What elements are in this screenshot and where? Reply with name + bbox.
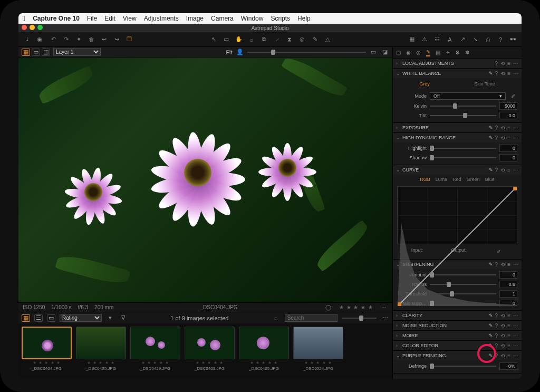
tab-lens-icon[interactable]: ◎ — [416, 50, 421, 55]
more-icon[interactable]: ⋯ — [513, 61, 518, 66]
tab-capture-icon[interactable]: ◉ — [406, 50, 411, 55]
rating-stars[interactable]: ★ ★ ★ ★ ★ — [339, 304, 373, 310]
panel-header[interactable]: ⌄PURPLE FRINGING✎?⟲≡⋯ — [393, 351, 522, 360]
menu-window[interactable]: Window — [241, 15, 264, 22]
camera-icon[interactable]: ◉ — [35, 35, 44, 44]
undo-icon[interactable]: ↩ — [100, 35, 108, 44]
filter-icon[interactable]: ∇ — [119, 314, 127, 322]
kelvin-value[interactable]: 5000 — [499, 102, 517, 110]
panel-header[interactable]: ›MOIRE✎?⟲≡⋯ — [393, 331, 522, 340]
halo-slider[interactable] — [430, 301, 496, 306]
app-menu[interactable]: Capture One 10 — [33, 15, 80, 22]
crop-tool-icon[interactable]: ⧉ — [260, 35, 268, 44]
keystone-tool-icon[interactable]: ⧗ — [285, 35, 294, 44]
curve-tab-red[interactable]: Red — [452, 177, 461, 182]
close-window-button[interactable] — [22, 25, 27, 30]
eyedropper-icon[interactable]: ✐ — [509, 92, 517, 100]
select-tool-icon[interactable]: ▭ — [222, 35, 230, 44]
threshold-slider[interactable] — [430, 291, 496, 297]
shadow-value[interactable]: 0 — [499, 154, 517, 161]
annotations-icon[interactable]: A — [446, 35, 454, 44]
menu-scripts[interactable]: Scripts — [271, 15, 290, 22]
sort-dir-icon[interactable]: ▾ — [106, 314, 114, 322]
panel-header[interactable]: › LOCAL ADJUSTMENTS ?⟲≡⋯ — [393, 59, 522, 68]
adjustments-panel-icon[interactable]: ☷ — [433, 35, 441, 44]
rotate-left-icon[interactable]: ↶ — [49, 35, 57, 44]
print-icon[interactable]: ⎙ — [484, 35, 492, 44]
tab-adjust-icon[interactable]: ⚙ — [455, 50, 460, 55]
curve-tab-luma[interactable]: Luma — [436, 177, 448, 182]
hand-tool-icon[interactable]: ✋ — [235, 35, 243, 44]
spot-tool-icon[interactable]: ◎ — [298, 35, 306, 44]
grid-icon[interactable]: ▦ — [408, 35, 416, 44]
tab-color-icon[interactable]: ✎ — [426, 49, 430, 56]
highlight-slider[interactable] — [430, 146, 496, 151]
kelvin-slider[interactable] — [430, 103, 496, 109]
defringe-value[interactable]: 0% — [499, 362, 517, 370]
sort-select[interactable]: Rating — [60, 314, 102, 322]
menu-view[interactable]: View — [123, 15, 137, 22]
view-grid-button[interactable]: ▦ — [22, 49, 30, 56]
thumbnail[interactable]: ★ ★ ★ ★ ★ _DSC0425.JPG — [76, 327, 126, 376]
more-icon[interactable]: ⋯ — [380, 303, 388, 312]
help-icon[interactable]: ? — [495, 61, 498, 66]
tab-details-icon[interactable]: ✦ — [446, 50, 450, 55]
picker-down-icon[interactable]: ↘ — [471, 35, 479, 44]
minimize-window-button[interactable] — [30, 25, 35, 30]
apple-menu[interactable]:  — [23, 14, 25, 23]
thumbnail[interactable]: ★ ★ ★ ★ ★ _DSC0429.JPG — [130, 327, 180, 376]
browser-list-icon[interactable]: ☰ — [34, 314, 43, 322]
tint-value[interactable]: 0.0 — [499, 112, 517, 119]
view-single-button[interactable]: ▭ — [32, 49, 40, 56]
browser-more-icon[interactable]: ⋯ — [381, 314, 389, 322]
panel-header[interactable]: › EXPOSURE ✎ ?⟲≡⋯ — [393, 123, 522, 132]
browser-filmstrip-icon[interactable]: ▭ — [47, 314, 55, 322]
glasses-icon[interactable]: 👓 — [509, 35, 517, 44]
curve-tab-green[interactable]: Green — [467, 177, 480, 182]
trash-icon[interactable]: 🗑 — [87, 35, 95, 44]
histogram-toggle-icon[interactable]: ◪ — [381, 48, 389, 56]
panel-header[interactable]: ⌄ CURVE ✎ ?⟲≡⋯ — [393, 165, 522, 175]
radius-slider[interactable] — [430, 282, 496, 287]
local-adjust-icon[interactable]: ✎ — [489, 125, 493, 130]
zoom-window-button[interactable] — [37, 25, 43, 30]
panel-header[interactable]: ⌄ WHITE BALANCE ✎ ?⟲≡⋯ — [393, 69, 522, 78]
eraser-tool-icon[interactable]: △ — [323, 35, 332, 44]
local-adjust-icon[interactable]: ✎ — [489, 167, 493, 173]
tab-library-icon[interactable]: ▢ — [396, 50, 401, 55]
picker-up-icon[interactable]: ↗ — [458, 35, 467, 44]
menu-file[interactable]: File — [87, 15, 97, 22]
curve-tab-blue[interactable]: Blue — [485, 177, 495, 182]
highlight-value[interactable]: 0 — [499, 145, 517, 152]
tint-slider[interactable] — [430, 113, 496, 118]
menu-adjustments[interactable]: Adjustments — [144, 15, 179, 22]
copy-adjustments-icon[interactable]: ❐ — [125, 35, 133, 44]
person-icon[interactable]: 👤 — [236, 48, 244, 56]
search-input[interactable] — [285, 314, 338, 322]
thumbnail[interactable]: ★ ★ ★ ★ ★ _DSC0405.JPG — [239, 327, 289, 376]
shadow-slider[interactable] — [430, 155, 496, 160]
reset-icon[interactable]: ⟲ — [500, 61, 505, 66]
menu-image[interactable]: Image — [186, 15, 204, 22]
tab-exposure-icon[interactable]: ▤ — [436, 50, 440, 55]
wb-tab-grey[interactable]: Grey — [419, 80, 430, 88]
preset-icon[interactable]: ≡ — [507, 61, 510, 66]
panel-header[interactable]: ›NOISE REDUCTION✎?⟲≡⋯ — [393, 321, 522, 330]
menu-edit[interactable]: Edit — [104, 15, 115, 22]
defringe-slider[interactable] — [430, 364, 496, 369]
browser-grid-icon[interactable]: ▦ — [22, 314, 30, 322]
zoom-actual-icon[interactable]: ▭ — [369, 48, 378, 56]
cursor-tool-icon[interactable]: ↖ — [209, 35, 218, 44]
amount-slider[interactable] — [430, 272, 496, 278]
panel-header[interactable]: ›CLARITY✎?⟲≡⋯ — [393, 311, 522, 320]
zoom-slider[interactable] — [247, 50, 366, 55]
curve-tab-rgb[interactable]: RGB — [420, 177, 430, 182]
thumb-size-slider[interactable] — [342, 315, 377, 321]
loupe-tool-icon[interactable]: ⌕ — [247, 35, 256, 44]
thumbnail[interactable]: ★ ★ ★ ★ ★ _DSC0404.JPG — [22, 327, 72, 376]
wb-tab-skin[interactable]: Skin Tone — [474, 80, 495, 88]
thumbnail[interactable]: ★ ★ ★ ★ ★ _DSC0524.JPG — [293, 327, 343, 376]
tab-metadata-icon[interactable]: ✽ — [465, 50, 469, 55]
rotate-right-icon[interactable]: ↷ — [62, 35, 70, 44]
warning-icon[interactable]: ⚠ — [420, 35, 429, 44]
